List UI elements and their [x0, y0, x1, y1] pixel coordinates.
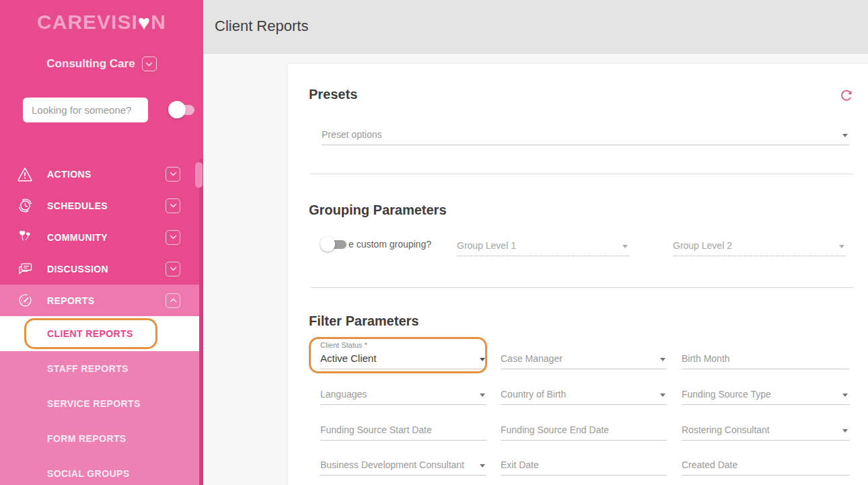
submenu-item-label: SOCIAL GROUPS [47, 468, 129, 479]
sidebar-item-discussion[interactable]: DISCUSSION [0, 253, 203, 285]
custom-grouping-label: e custom grouping? [349, 239, 431, 250]
rostering-consultant-select[interactable]: Rostering Consultant [682, 412, 849, 441]
sidebar-item-service-reports[interactable]: SERVICE REPORTS [0, 386, 203, 421]
business-development-consultant-select[interactable]: Business Development Consultant [320, 447, 486, 476]
search-toggle[interactable] [168, 101, 195, 119]
client-status-select[interactable]: Client Status * Active Client [320, 341, 486, 369]
sidebar-item-community[interactable]: COMMUNITY [0, 221, 203, 253]
gauge-icon [15, 291, 35, 311]
field-placeholder: Exit Date [501, 459, 539, 470]
sidebar-item-staff-reports[interactable]: STAFF REPORTS [0, 351, 203, 386]
funding-source-start-date-field[interactable]: Funding Source Start Date [320, 412, 486, 441]
chat-bubbles-icon [15, 259, 35, 279]
dropdown-arrow-icon [842, 429, 848, 433]
group-level-1-select[interactable]: Group Level 1 [457, 232, 629, 256]
dropdown-arrow-icon [839, 245, 844, 248]
search-input[interactable] [23, 98, 148, 122]
sidebar-item-form-reports[interactable]: FORM REPORTS [0, 421, 203, 456]
dropdown-arrow-icon [660, 394, 665, 397]
funding-source-end-date-field[interactable]: Funding Source End Date [501, 412, 667, 441]
filters-heading: Filter Parameters [309, 313, 419, 329]
select-placeholder: Funding Source Type [682, 389, 771, 400]
select-placeholder: Preset options [322, 129, 382, 140]
case-manager-select[interactable]: Case Manager [501, 341, 667, 369]
refresh-icon[interactable] [838, 88, 855, 104]
submenu-item-label: SERVICE REPORTS [47, 398, 141, 409]
reports-submenu: CLIENT REPORTS STAFF REPORTS SERVICE REP… [0, 316, 203, 485]
created-date-field[interactable]: Created Date [682, 447, 849, 476]
chevron-down-icon[interactable] [166, 230, 180, 245]
sidebar: CAREVISI♥N Consulting Care ACTIONS [0, 0, 203, 485]
clock-refresh-icon [15, 196, 35, 216]
dropdown-arrow-icon [480, 464, 485, 468]
custom-grouping-toggle-row: e custom grouping? [320, 235, 431, 254]
sidebar-item-actions[interactable]: ACTIONS [0, 158, 203, 190]
select-placeholder: Country of Birth [501, 389, 566, 400]
logo-text-right: N [151, 11, 166, 33]
section-divider [311, 287, 853, 288]
dropdown-arrow-icon [842, 394, 848, 397]
toggle-knob[interactable] [168, 101, 186, 118]
warning-triangle-icon [15, 164, 35, 184]
dropdown-arrow-icon [480, 394, 485, 397]
chevron-up-icon[interactable] [166, 293, 180, 308]
sidebar-item-label: SCHEDULES [47, 200, 108, 211]
chevron-down-icon[interactable] [166, 198, 180, 213]
sidebar-menu: ACTIONS SCHEDULES [0, 158, 203, 316]
chevron-down-icon[interactable] [142, 57, 157, 71]
select-placeholder: Group Level 1 [457, 240, 516, 251]
birth-month-field[interactable]: Birth Month [682, 341, 849, 369]
report-form-card: Presets Preset options Grouping Paramete… [288, 64, 868, 485]
presets-heading: Presets [309, 87, 357, 102]
sidebar-item-schedules[interactable]: SCHEDULES [0, 190, 203, 221]
heart-icon: ♥ [138, 11, 151, 34]
section-divider [311, 174, 853, 174]
organisation-selector[interactable]: Consulting Care [0, 57, 203, 71]
preset-options-select[interactable]: Preset options [322, 121, 849, 145]
chevron-down-icon[interactable] [166, 262, 180, 276]
page-title: Client Reports [215, 17, 308, 35]
dropdown-arrow-icon [480, 358, 485, 361]
sidebar-item-social-groups[interactable]: SOCIAL GROUPS [0, 456, 203, 485]
carevision-logo: CAREVISI♥N [0, 11, 203, 35]
field-placeholder: Birth Month [682, 353, 730, 364]
sidebar-item-reports[interactable]: REPORTS [0, 285, 203, 316]
country-of-birth-select[interactable]: Country of Birth [501, 377, 667, 405]
submenu-item-label: CLIENT REPORTS [47, 328, 133, 339]
select-placeholder: Business Development Consultant [320, 459, 464, 470]
field-placeholder: Created Date [682, 459, 737, 470]
group-level-2-select[interactable]: Group Level 2 [673, 232, 846, 256]
logo-text-left: CAREVISI [37, 11, 138, 33]
submenu-item-label: FORM REPORTS [47, 433, 126, 444]
select-placeholder: Case Manager [501, 353, 563, 364]
page-header: Client Reports [203, 0, 868, 54]
toggle-knob[interactable] [320, 237, 335, 252]
organisation-name: Consulting Care [46, 57, 135, 71]
main-area: Client Reports Presets Preset options Gr… [203, 0, 868, 485]
field-placeholder: Funding Source End Date [501, 424, 609, 435]
exit-date-field[interactable]: Exit Date [501, 447, 667, 476]
select-placeholder: Group Level 2 [673, 240, 732, 251]
chevron-down-icon[interactable] [166, 167, 180, 182]
sidebar-item-label: REPORTS [47, 295, 94, 306]
field-value: Active Client [320, 352, 376, 364]
languages-select[interactable]: Languages [320, 377, 486, 405]
sidebar-item-label: DISCUSSION [47, 264, 108, 274]
select-placeholder: Languages [320, 389, 367, 400]
sidebar-item-client-reports[interactable]: CLIENT REPORTS [0, 316, 203, 351]
sidebar-scrollbar-thumb[interactable] [195, 162, 203, 188]
field-placeholder: Funding Source Start Date [320, 424, 432, 435]
dropdown-arrow-icon [842, 134, 848, 137]
funding-source-type-select[interactable]: Funding Source Type [682, 377, 849, 405]
submenu-item-label: STAFF REPORTS [47, 363, 129, 374]
grouping-heading: Grouping Parameters [309, 202, 447, 218]
heart-balloons-icon [15, 227, 35, 248]
dropdown-arrow-icon [622, 245, 628, 248]
sidebar-item-label: ACTIONS [47, 169, 92, 180]
dropdown-arrow-icon [660, 358, 665, 361]
sidebar-item-label: COMMUNITY [47, 232, 108, 243]
custom-grouping-toggle[interactable] [320, 236, 347, 252]
select-placeholder: Rostering Consultant [682, 424, 770, 435]
field-label: Client Status * [320, 341, 367, 349]
